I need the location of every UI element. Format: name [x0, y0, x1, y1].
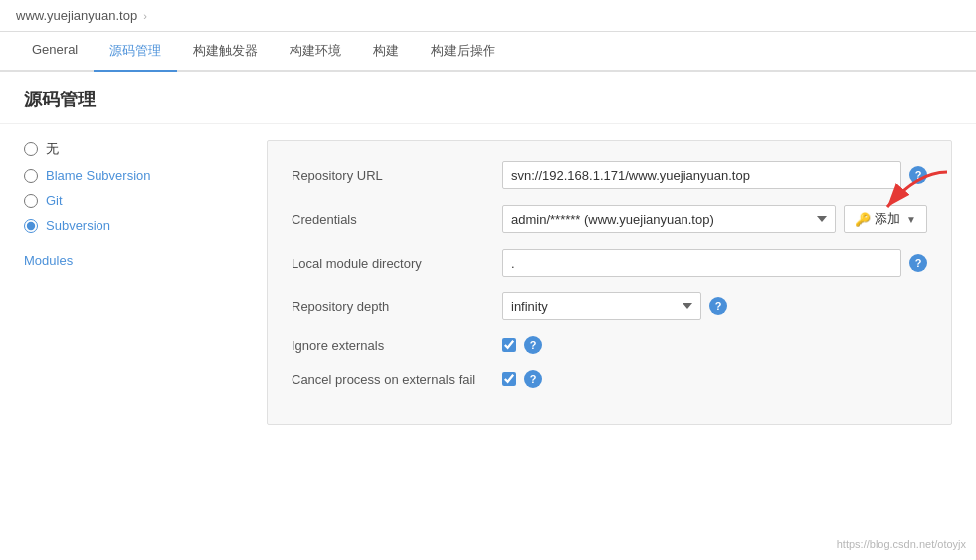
radio-blame[interactable]: Blame Subversion [24, 168, 243, 183]
repo-url-help[interactable]: ? [909, 166, 927, 184]
repo-depth-control: infinity ? [502, 292, 927, 320]
tab-general[interactable]: General [16, 32, 94, 72]
cancel-process-control: ? [502, 370, 927, 388]
credentials-label: Credentials [292, 212, 490, 227]
radio-group: 无 Blame Subversion Git Subversion [24, 140, 243, 233]
radio-blame-label: Blame Subversion [46, 168, 151, 183]
radio-none[interactable]: 无 [24, 140, 243, 158]
add-button-arrow: ▼ [906, 214, 916, 225]
tab-env[interactable]: 构建环境 [274, 32, 357, 72]
right-panel-wrapper: Repository URL ? Credentials admin/*****… [267, 140, 952, 425]
local-dir-label: Local module directory [292, 256, 490, 271]
add-credentials-button[interactable]: 🔑 添加 ▼ [844, 205, 927, 233]
repo-url-control: ? [502, 161, 927, 189]
ignore-externals-checkbox[interactable] [502, 338, 516, 352]
cancel-process-checkbox[interactable] [502, 372, 516, 386]
tab-build[interactable]: 构建 [357, 32, 415, 72]
radio-blame-input[interactable] [24, 169, 38, 183]
local-dir-control: ? [502, 249, 927, 277]
tab-post[interactable]: 构建后操作 [415, 32, 511, 72]
cancel-process-row: Cancel process on externals fail ? [292, 370, 927, 388]
cancel-process-label: Cancel process on externals fail [292, 372, 490, 387]
repo-url-input[interactable] [502, 161, 901, 189]
radio-git-input[interactable] [24, 194, 38, 208]
modules-section: Modules [24, 253, 243, 268]
radio-none-input[interactable] [24, 142, 38, 156]
title-bar: www.yuejianyuan.top › [0, 0, 976, 32]
add-button-label: 添加 [875, 210, 900, 228]
repo-depth-row: Repository depth infinity ? [292, 292, 927, 320]
credentials-select[interactable]: admin/****** (www.yuejianyuan.top) [502, 205, 836, 233]
tab-source[interactable]: 源码管理 [94, 32, 177, 72]
radio-git[interactable]: Git [24, 193, 243, 208]
watermark: https://blog.csdn.net/otoyjx [837, 538, 966, 550]
right-panel: Repository URL ? Credentials admin/*****… [267, 140, 952, 425]
left-panel: 无 Blame Subversion Git Subversion Module… [24, 140, 243, 425]
page-content: 源码管理 无 Blame Subversion Git Subv [0, 72, 976, 560]
local-dir-help[interactable]: ? [909, 254, 927, 272]
repo-url-label: Repository URL [292, 168, 490, 183]
local-dir-row: Local module directory ? [292, 249, 927, 277]
repo-url-row: Repository URL ? [292, 161, 927, 189]
repo-depth-help[interactable]: ? [709, 297, 727, 315]
ignore-externals-help[interactable]: ? [524, 336, 542, 354]
site-url: www.yuejianyuan.top [16, 8, 137, 23]
radio-none-label: 无 [46, 140, 59, 158]
cancel-process-help[interactable]: ? [524, 370, 542, 388]
ignore-externals-label: Ignore externals [292, 338, 490, 353]
radio-svn-label: Subversion [46, 218, 110, 233]
credentials-row: Credentials admin/****** (www.yuejianyua… [292, 205, 927, 233]
local-dir-input[interactable] [502, 249, 901, 277]
modules-label[interactable]: Modules [24, 253, 73, 268]
radio-svn[interactable]: Subversion [24, 218, 243, 233]
tab-bar: General 源码管理 构建触发器 构建环境 构建 构建后操作 [0, 32, 976, 72]
repo-depth-label: Repository depth [292, 299, 490, 314]
main-area: 无 Blame Subversion Git Subversion Module… [0, 124, 976, 441]
ignore-externals-control: ? [502, 336, 927, 354]
page-title: 源码管理 [0, 72, 976, 124]
credentials-control: admin/****** (www.yuejianyuan.top) 🔑 添加 … [502, 205, 927, 233]
radio-svn-input[interactable] [24, 219, 38, 233]
radio-git-label: Git [46, 193, 63, 208]
tab-trigger[interactable]: 构建触发器 [177, 32, 274, 72]
key-icon: 🔑 [855, 212, 871, 227]
ignore-externals-row: Ignore externals ? [292, 336, 927, 354]
repo-depth-select[interactable]: infinity [502, 292, 701, 320]
breadcrumb-chevron: › [143, 10, 147, 22]
